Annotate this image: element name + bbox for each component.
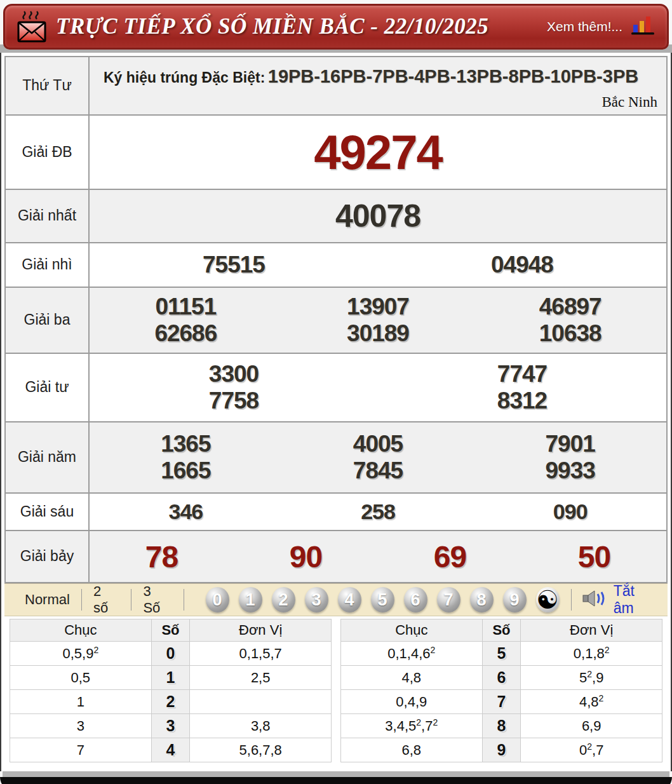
col-header-tens: Chục [341, 619, 483, 642]
col-header-tens: Chục [10, 619, 152, 642]
stats-row: 0,1,4,62 5 0,1,82 [341, 642, 662, 666]
prize-number: 40078 [90, 198, 666, 234]
symbol-label: Ký hiệu trúng Đặc Biệt: [104, 69, 265, 86]
digit-cell: 5 [482, 642, 521, 666]
header-bar: TRỰC TIẾP XỔ SỐ MIỀN BẮC - 22/10/2025 Xe… [3, 4, 669, 50]
ball-3[interactable]: 3 [305, 587, 328, 612]
lottery-results-widget: TRỰC TIẾP XỔ SỐ MIỀN BẮC - 22/10/2025 Xe… [0, 4, 672, 784]
digit-cell: 9 [482, 738, 521, 762]
stats-row: 4,8 6 52,9 [341, 666, 662, 690]
stats-header-row: Chục Số Đơn Vị [341, 619, 662, 642]
mode-2-digits[interactable]: 2 số [82, 583, 131, 616]
ball-6[interactable]: 6 [404, 587, 427, 612]
units-cell [190, 690, 332, 714]
separator [571, 589, 572, 611]
prize-number: 090 [474, 499, 666, 524]
prize-number: 13907 [282, 294, 474, 320]
prize-label: Giải ĐB [6, 116, 90, 189]
stats-row: 0,5,92 0 0,1,5,7 [10, 642, 332, 666]
tens-cell: 0,4,9 [341, 690, 483, 714]
tens-cell: 0,1,4,62 [341, 642, 483, 666]
prize-label: Giải năm [6, 422, 90, 492]
digit-cell: 3 [151, 714, 190, 738]
ball-1[interactable]: 1 [239, 587, 262, 612]
col-header-digit: Số [151, 619, 190, 642]
digit-cell: 4 [151, 738, 190, 762]
stats-row: 0,4,9 7 4,82 [341, 690, 662, 714]
prize-label: Giải ba [6, 288, 90, 353]
special-symbol-cell: Ký hiệu trúng Đặc Biệt: 19PB-16PB-7PB-4P… [90, 57, 666, 114]
ball-5[interactable]: 5 [371, 587, 394, 612]
units-cell: 6,9 [521, 714, 662, 738]
tens-cell: 0,5,92 [10, 642, 152, 666]
mute-label: Tắt âm [614, 583, 659, 617]
prize-row-second: Giải nhì 75515 04948 [6, 243, 666, 288]
prize-number: 01151 [90, 294, 282, 320]
prize-number: 7845 [282, 457, 474, 484]
digit-cell: 8 [482, 714, 521, 738]
prize-number: 90 [234, 539, 378, 574]
ball-8[interactable]: 8 [470, 587, 494, 612]
prize-number: 04948 [378, 252, 666, 278]
symbol-line: Ký hiệu trúng Đặc Biệt: 19PB-16PB-7PB-4P… [104, 62, 657, 91]
units-cell: 0,1,5,7 [190, 642, 332, 666]
units-cell: 0,1,82 [521, 642, 662, 666]
mail-icon [17, 9, 47, 44]
ball-0[interactable]: 0 [206, 587, 229, 612]
ball-9[interactable]: 9 [503, 587, 527, 612]
separator [184, 589, 184, 611]
prize-number: 3300 [90, 361, 378, 388]
prize-number: 50 [522, 539, 666, 574]
digit-cell: 6 [482, 666, 521, 690]
info-row: Thứ Tư Ký hiệu trúng Đặc Biệt: 19PB-16PB… [6, 57, 666, 116]
prize-row-sixth: Giải sáu 346 258 090 [6, 494, 666, 531]
prize-number: 10638 [474, 320, 666, 347]
prize-number: 30189 [282, 320, 474, 347]
prize-row-special: Giải ĐB 49274 [6, 116, 666, 190]
ball-2[interactable]: 2 [272, 587, 295, 612]
bottom-frame-outer [0, 777, 672, 784]
units-cell: 02,7 [521, 738, 662, 762]
mode-3-digits[interactable]: 3 Số [131, 583, 183, 616]
prize-number: 7758 [90, 388, 378, 414]
stats-row: 0,5 1 2,5 [10, 666, 332, 690]
prize-number: 1665 [90, 457, 282, 484]
ball-4[interactable]: 4 [338, 587, 361, 612]
tens-cell: 0,5 [10, 666, 152, 690]
prize-number: 78 [90, 539, 234, 574]
digit-cell: 2 [151, 690, 190, 714]
stats-table-left: Chục Số Đơn Vị 0,5,92 0 0,1,5,7 0,5 1 2,… [10, 619, 332, 762]
prize-label: Giải nhì [6, 243, 90, 287]
prize-label: Giải bảy [6, 531, 90, 582]
page-title: TRỰC TIẾP XỔ SỐ MIỀN BẮC - 22/10/2025 [56, 14, 488, 39]
prize-row-seventh: Giải bảy 78 90 69 50 [6, 531, 666, 583]
units-cell: 3,8 [190, 714, 332, 738]
mute-button[interactable]: Tắt âm [582, 583, 659, 617]
stats-header-row: Chục Số Đơn Vị [10, 619, 332, 642]
tens-cell: 3,4,52,72 [341, 714, 483, 738]
prize-row-first: Giải nhất 40078 [6, 190, 666, 243]
province-name: Bắc Ninh [601, 94, 657, 111]
see-more-link[interactable]: Xem thêm!... [547, 19, 622, 34]
prize-number: 7901 [474, 431, 666, 457]
stats-row: 3 3 3,8 [10, 714, 332, 738]
prize-number: 75515 [90, 252, 378, 278]
prize-number: 8312 [378, 388, 666, 414]
prize-label: Giải nhất [6, 190, 90, 242]
units-cell: 4,82 [521, 690, 662, 714]
col-header-digit: Số [482, 619, 521, 642]
yin-yang-icon[interactable]: ☯ [536, 587, 560, 612]
prize-number: 9933 [474, 457, 666, 484]
units-cell: 2,5 [190, 666, 332, 690]
content-frame: Thứ Tư Ký hiệu trúng Đặc Biệt: 19PB-16PB… [0, 53, 672, 771]
prize-number: 7747 [378, 361, 666, 388]
prize-number: 4005 [282, 431, 474, 457]
weekday-label: Thứ Tư [6, 57, 90, 114]
bar-chart-icon[interactable] [630, 15, 655, 39]
ball-7[interactable]: 7 [437, 587, 460, 612]
tens-cell: 1 [10, 690, 152, 714]
prize-number: 1365 [90, 431, 282, 457]
prize-row-third: Giải ba 01151 13907 46897 62686 30189 10… [6, 288, 666, 354]
mode-normal[interactable]: Normal [13, 591, 81, 608]
digit-cell: 0 [151, 642, 190, 666]
